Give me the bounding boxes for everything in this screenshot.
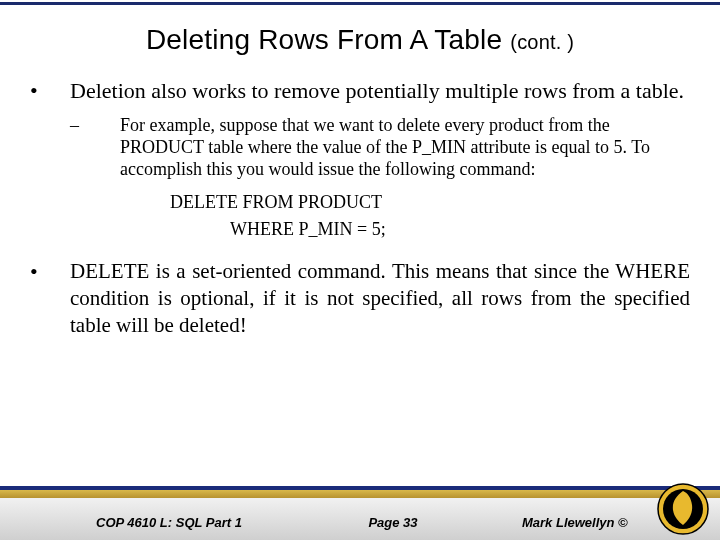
footer-labels: COP 4610 L: SQL Part 1 Page 33 Mark Llew… bbox=[0, 515, 720, 530]
bullet-marker: • bbox=[30, 258, 70, 285]
footer-center: Page 33 bbox=[294, 515, 492, 530]
subbullet-1: – For example, suppose that we want to d… bbox=[70, 114, 690, 180]
content-area: • Deletion also works to remove potentia… bbox=[30, 78, 690, 339]
code-line-1: DELETE FROM PRODUCT bbox=[170, 192, 690, 213]
subbullet-1-text: For example, suppose that we want to del… bbox=[120, 114, 690, 180]
bullet-1-text: Deletion also works to remove potentiall… bbox=[70, 78, 690, 104]
footer-stripe-gold bbox=[0, 490, 720, 498]
bullet-marker: • bbox=[30, 78, 70, 104]
code-line-2: WHERE P_MIN = 5; bbox=[230, 219, 690, 240]
subbullet-marker: – bbox=[70, 114, 120, 136]
slide-title: Deleting Rows From A Table (cont. ) bbox=[0, 24, 720, 56]
top-border bbox=[0, 2, 720, 5]
title-main: Deleting Rows From A Table bbox=[146, 24, 510, 55]
title-cont: (cont. ) bbox=[510, 31, 574, 53]
bullet-2-text: DELETE is a set-oriented command. This m… bbox=[70, 258, 690, 339]
bullet-2: • DELETE is a set-oriented command. This… bbox=[30, 258, 690, 339]
footer-left: COP 4610 L: SQL Part 1 bbox=[0, 515, 294, 530]
footer-bar: COP 4610 L: SQL Part 1 Page 33 Mark Llew… bbox=[0, 486, 720, 540]
slide: Deleting Rows From A Table (cont. ) • De… bbox=[0, 0, 720, 540]
ucf-pegasus-logo-icon bbox=[656, 482, 710, 536]
bullet-1: • Deletion also works to remove potentia… bbox=[30, 78, 690, 104]
